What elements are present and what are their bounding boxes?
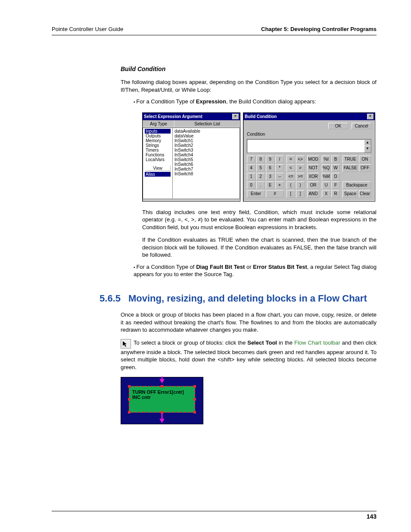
clear-button[interactable]: Clear [359, 190, 371, 198]
sub-heading: Build Condition [121, 65, 377, 72]
key-7[interactable]: 7 [247, 156, 255, 163]
list-item[interactable]: InSwitch6 [174, 162, 238, 167]
op-xor[interactable]: XOR [307, 173, 319, 180]
section-title: Moving, resizing, and deleting blocks in… [128, 293, 367, 304]
paragraph-select-tool: To select a block or group of blocks: cl… [121, 339, 377, 371]
list-item[interactable]: InSwitch1 [174, 138, 238, 143]
list-item[interactable]: InSwitch3 [174, 148, 238, 152]
op-ge[interactable]: >= [296, 173, 305, 180]
right-ops: TRUE ON FALSE OFF Backspace Space Clear [342, 156, 371, 198]
op-lbrack[interactable]: [ [286, 190, 295, 198]
ok-button[interactable]: OK [328, 123, 348, 129]
section-heading: 5.6.5 Moving, resizing, and deleting blo… [52, 293, 377, 304]
list-item[interactable]: dataValue [174, 134, 238, 138]
selected-block-figure: TURN OFF Error1[cntr] INC cntr [121, 377, 203, 424]
op-true[interactable]: TRUE [342, 156, 358, 163]
op-rparen[interactable]: ) [296, 181, 305, 189]
op-off[interactable]: OFF [359, 164, 371, 172]
op-not[interactable]: NOT [307, 164, 319, 172]
paragraph-intro: The following dialog boxes appear, depen… [121, 78, 377, 93]
op-or[interactable]: OR [307, 181, 319, 189]
op-mod[interactable]: MOD [307, 156, 319, 163]
key-div[interactable]: / [275, 156, 284, 163]
argtype-item-memory[interactable]: Memory [145, 138, 171, 143]
close-icon[interactable]: × [232, 114, 239, 119]
key-3[interactable]: 3 [266, 173, 274, 180]
op-x[interactable]: X [322, 190, 330, 198]
view-button[interactable]: View [145, 165, 171, 171]
pct-ops: %I B %Q W %M D U F X R [322, 156, 340, 198]
scroll-down-icon[interactable]: ▼ [364, 146, 371, 152]
list-item[interactable]: dataAvailable [174, 129, 238, 134]
alias-item[interactable]: Alias [145, 172, 171, 177]
close-icon[interactable]: × [367, 114, 374, 119]
argtype-item-strings[interactable]: Strings [145, 143, 171, 148]
op-r[interactable]: R [331, 190, 340, 198]
list-item[interactable]: InSwitch2 [174, 143, 238, 148]
argtype-item-localvars[interactable]: LocalVars [145, 157, 171, 162]
key-4[interactable]: 4 [247, 164, 255, 172]
argtype-item-outputs[interactable]: Outputs [145, 134, 171, 138]
op-gt[interactable]: > [296, 164, 305, 172]
op-and[interactable]: AND [307, 190, 319, 198]
key-e[interactable]: E [266, 181, 274, 189]
op-false[interactable]: FALSE [342, 164, 358, 172]
dialog-title-bar: Select Expression Argument × [143, 113, 240, 120]
header-left: Pointe Controller User Guide [52, 26, 123, 32]
list-item[interactable]: InSwitch7 [174, 167, 238, 171]
key-dot[interactable]: . [256, 181, 265, 189]
op-on[interactable]: ON [359, 156, 371, 163]
block-line-2: INC cntr [132, 395, 192, 400]
op-pq[interactable]: %Q [322, 164, 330, 172]
bullet-expression: For a Condition Type of Expression, the … [134, 98, 377, 106]
header-right: Chapter 5: Developing Controller Program… [261, 26, 377, 32]
key-6[interactable]: 6 [266, 164, 274, 172]
op-f[interactable]: F [331, 181, 340, 189]
key-mul[interactable]: * [275, 164, 284, 172]
page-number: 143 [52, 511, 377, 520]
op-d[interactable]: D [331, 173, 340, 180]
paragraph-condition-eval: If the Condition evaluates as TRUE when … [142, 236, 377, 259]
op-rbrack[interactable]: ] [296, 190, 305, 198]
list-item[interactable]: InSwitch4 [174, 152, 238, 157]
op-w[interactable]: W [331, 164, 340, 172]
backspace-button[interactable]: Backspace [342, 181, 371, 189]
hash-button[interactable]: # [266, 190, 284, 198]
op-eq[interactable]: = [286, 156, 295, 163]
argtype-item-inputs[interactable]: Inputs [145, 129, 171, 134]
key-minus[interactable]: -- [275, 173, 284, 180]
op-ne[interactable]: <> [296, 156, 305, 163]
bullet-diag-fault: For a Condition Type of Diag Fault Bit T… [134, 263, 377, 278]
op-lparen[interactable]: ( [286, 181, 295, 189]
numeric-pad: 7 8 9 / 4 5 6 * 1 2 3 -- 0 [247, 156, 284, 198]
list-item[interactable]: InSwitch5 [174, 157, 238, 162]
cancel-button[interactable]: Cancel [352, 123, 371, 129]
op-lt[interactable]: < [286, 164, 295, 172]
op-u[interactable]: U [322, 181, 330, 189]
selection-list[interactable]: dataAvailable dataValue InSwitch1 InSwit… [173, 128, 240, 199]
argtype-list[interactable]: Inputs Outputs Memory Strings Timers Fun… [143, 128, 173, 199]
condition-input[interactable]: ▲ ▼ [247, 139, 371, 153]
argtype-item-functions[interactable]: Functions [145, 152, 171, 157]
op-pi[interactable]: %I [322, 156, 330, 163]
key-2[interactable]: 2 [256, 173, 265, 180]
build-condition-dialog: Build Condition × OK Cancel Condition ▲ … [243, 112, 375, 202]
key-0[interactable]: 0 [247, 181, 255, 189]
op-le[interactable]: <= [286, 173, 295, 180]
key-9[interactable]: 9 [266, 156, 274, 163]
op-pm[interactable]: %M [322, 173, 330, 180]
enter-button[interactable]: Enter [247, 190, 265, 198]
flow-chart-toolbar-link[interactable]: Flow Chart toolbar [294, 339, 340, 346]
block-line-1: TURN OFF Error1[cntr] [132, 389, 192, 395]
space-button[interactable]: Space [342, 190, 358, 198]
key-plus[interactable]: + [275, 181, 284, 189]
argtype-item-timers[interactable]: Timers [145, 148, 171, 152]
key-1[interactable]: 1 [247, 173, 255, 180]
op-b[interactable]: B [331, 156, 340, 163]
list-item[interactable]: InSwitch8 [174, 171, 238, 176]
key-5[interactable]: 5 [256, 164, 265, 172]
key-8[interactable]: 8 [256, 156, 265, 163]
column-header-selectionlist: Selection List [174, 120, 240, 128]
select-tool-icon [121, 339, 131, 348]
paragraph-move-resize: Once a block or group of blocks has been… [121, 311, 377, 334]
